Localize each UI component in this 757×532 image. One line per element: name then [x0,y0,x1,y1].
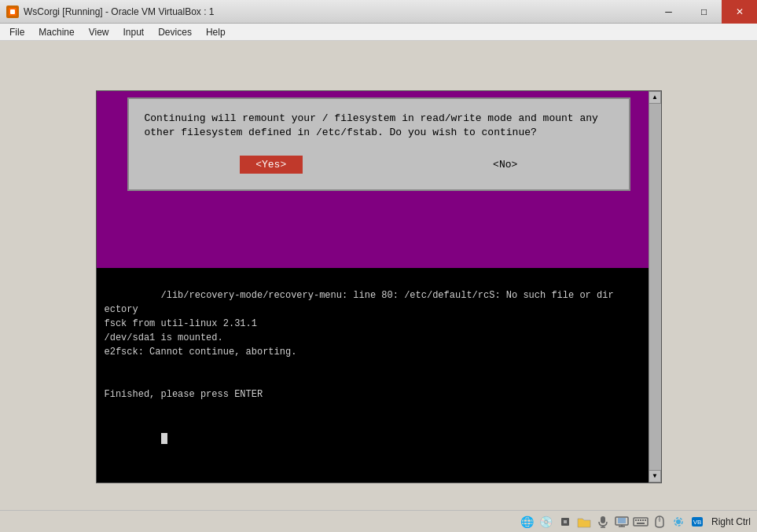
mic-icon[interactable] [595,514,611,530]
close-button[interactable]: ✕ [722,0,757,24]
dialog-box: Continuing will remount your / filesyste… [127,97,630,191]
vm-viewport[interactable]: Continuing will remount your / filesyste… [96,90,662,483]
scroll-up-button[interactable]: ▲ [649,91,661,104]
yes-button[interactable]: <Yes> [240,156,303,174]
minimize-button[interactable]: ─ [651,0,686,24]
virtualbox-icon[interactable]: VB [689,514,705,530]
menu-help[interactable]: Help [200,25,232,39]
no-button[interactable]: <No> [493,159,517,171]
svg-rect-11 [634,518,648,526]
svg-rect-13 [638,519,639,521]
svg-text:VB: VB [693,519,702,526]
network-icon[interactable]: 🌐 [520,514,535,530]
menu-devices[interactable]: Devices [152,25,198,39]
title-bar: WsCorgi [Running] - Oracle VM VirtualBox… [0,0,757,24]
maximize-button[interactable]: □ [686,0,722,24]
dialog-buttons: <Yes> <No> [145,156,613,174]
menu-view[interactable]: View [83,25,116,39]
main-content: Continuing will remount your / filesyste… [0,41,757,532]
svg-point-19 [658,518,660,520]
scroll-down-button[interactable]: ▼ [649,470,661,482]
keyboard-icon[interactable] [633,514,649,530]
dialog-text: Continuing will remount your / filesyste… [145,112,613,140]
svg-rect-3 [564,520,567,523]
display-icon[interactable] [614,514,630,530]
window-title: WsCorgi [Running] - Oracle VM VirtualBox… [24,6,215,17]
right-ctrl-label: Right Ctrl [711,516,751,527]
shared-folder-icon[interactable] [576,514,592,530]
cd-icon[interactable]: 💿 [538,514,554,530]
terminal-output: /lib/recovery-mode/recovery-menu: line 8… [105,274,653,416]
terminal-cursor [161,433,167,444]
vm-wrapper: Continuing will remount your / filesyste… [96,90,662,483]
svg-rect-15 [642,519,644,521]
vm-scrollbar[interactable]: ▲ ▼ [649,91,661,482]
svg-point-20 [676,519,681,524]
app-icon [6,6,19,18]
usb-icon[interactable] [557,514,573,530]
mouse-icon[interactable] [652,514,667,530]
dialog-area: Continuing will remount your / filesyste… [97,91,661,213]
settings-icon[interactable] [671,514,686,530]
svg-rect-4 [601,516,605,523]
svg-rect-14 [640,519,641,521]
purple-section [97,213,661,268]
menu-input[interactable]: Input [117,25,151,39]
scrollbar-track [649,104,661,470]
svg-rect-16 [645,519,646,521]
menu-file[interactable]: File [3,25,31,39]
title-bar-left: WsCorgi [Running] - Oracle VM VirtualBox… [6,6,215,18]
menu-bar: File Machine View Input Devices Help [0,24,757,41]
svg-rect-12 [635,519,637,521]
menu-machine[interactable]: Machine [32,25,80,39]
terminal-line [105,416,653,458]
svg-rect-1 [10,9,15,14]
terminal-area[interactable]: /lib/recovery-mode/recovery-menu: line 8… [97,268,661,482]
svg-rect-8 [618,518,626,523]
status-bar: 🌐 💿 [0,510,757,532]
svg-rect-17 [637,523,645,524]
title-bar-buttons: ─ □ ✕ [651,0,757,24]
